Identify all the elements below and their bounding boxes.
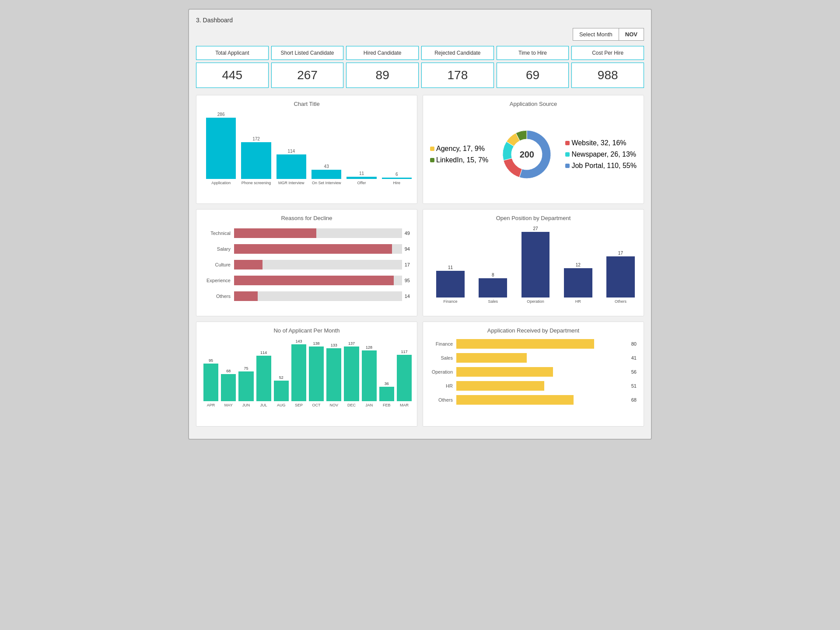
charts-row-2: Reasons for Decline Technical 49 Salary … [196, 209, 644, 316]
hbar-fill [234, 276, 394, 285]
app-source-box: Application Source Agency, 17, 9%LinkedI… [423, 95, 644, 204]
select-month-value[interactable]: NOV [619, 28, 644, 40]
dept-group: 27 Operation [518, 226, 553, 304]
dept-bar [522, 232, 550, 298]
legend-dot [565, 141, 570, 145]
select-month-group[interactable]: Select Month NOV [573, 28, 644, 41]
legend-label: Website, 32, 16% [571, 139, 626, 147]
app-dept-row: Operation 56 [430, 367, 637, 377]
charts-row-3: No of Applicant Per Month 95 APR 68 MAY … [196, 322, 644, 427]
donut-wrapper: 200 [492, 119, 562, 189]
month-label: APR [207, 403, 215, 407]
month-bar [203, 364, 218, 401]
month-label: JUN [242, 403, 250, 407]
metric-header: Time to Hire [497, 46, 569, 60]
month-bar [291, 344, 306, 401]
bar [276, 154, 306, 179]
app-dept-row: HR 51 [430, 381, 637, 391]
bar-label-top: 114 [287, 149, 295, 154]
bar-group: 6 Hire [382, 172, 412, 185]
month-group: 143 SEP [291, 339, 306, 407]
app-dept-chart: Finance 80 Sales 41 Operation 56 HR 51 O [428, 337, 638, 411]
month-bar-label: 133 [331, 343, 337, 347]
month-label: NOV [330, 403, 339, 407]
bar [346, 177, 376, 179]
hbar-row: Technical 49 [203, 228, 410, 238]
hbar-value: 17 [405, 262, 410, 267]
month-group: 95 APR [203, 358, 218, 407]
metric-header: Total Applicant [196, 46, 269, 60]
chart-title-label: Chart Title [202, 101, 412, 107]
app-dept-fill [456, 339, 594, 349]
month-bar-label: 128 [366, 345, 372, 350]
metric-value: 445 [196, 63, 269, 88]
month-bar [309, 346, 324, 401]
app-by-dept-title: Application Received by Department [428, 327, 638, 334]
app-dept-label: Operation [430, 369, 456, 374]
hbar-row: Experience 95 [203, 276, 410, 285]
chart-title-box: Chart Title 286 Application 172 Phone sc… [196, 95, 417, 204]
bar-label-bottom: Application [211, 181, 231, 185]
dept-bar-label-top: 8 [492, 273, 494, 277]
monthly-title: No of Applicant Per Month [202, 327, 412, 334]
month-label: FEB [383, 403, 391, 407]
dept-bar [479, 278, 507, 298]
dept-bar-label-top: 12 [576, 262, 581, 267]
legend-label: Job Portal, 110, 55% [571, 162, 637, 170]
dept-group: 11 Finance [433, 265, 468, 304]
month-bar [221, 374, 236, 401]
hbar-value: 95 [405, 278, 410, 283]
month-label: OCT [312, 403, 321, 407]
legend-item: LinkedIn, 15, 7% [430, 156, 488, 164]
select-month-label[interactable]: Select Month [573, 28, 619, 40]
donut-center-number: 200 [520, 150, 534, 160]
legend-item: Website, 32, 16% [565, 139, 637, 147]
bar-label-bottom: On Set Interview [312, 181, 341, 185]
dept-group: 8 Sales [475, 273, 511, 304]
month-bar-label: 138 [313, 341, 320, 346]
hbar-label: Culture [203, 262, 234, 267]
metric-header: Rejected Candidate [421, 46, 494, 60]
dept-group: 12 HR [560, 262, 596, 304]
app-dept-track [456, 339, 629, 349]
dept-bar-label-top: 17 [618, 251, 623, 256]
month-bar-label: 95 [209, 358, 213, 363]
month-group: 128 JAN [362, 345, 377, 407]
app-dept-fill [456, 353, 527, 363]
legend-item: Job Portal, 110, 55% [565, 162, 637, 170]
legend-dot [565, 152, 570, 157]
metric-value: 267 [271, 63, 344, 88]
open-position-title: Open Position by Department [428, 215, 638, 221]
month-group: 114 JUL [256, 350, 271, 407]
month-bar-label: 52 [279, 375, 284, 380]
hbar-label: Technical [203, 231, 234, 236]
bar-label-top: 11 [359, 171, 364, 176]
charts-row-1: Chart Title 286 Application 172 Phone sc… [196, 95, 644, 204]
month-bar [362, 350, 377, 401]
app-dept-track [456, 367, 629, 377]
dept-bar [564, 268, 592, 298]
bar-label-bottom: Offer [357, 181, 366, 185]
month-label: SEP [295, 403, 303, 407]
legend-item: Agency, 17, 9% [430, 145, 488, 153]
funnel-bar-chart: 286 Application 172 Phone screening 114 … [202, 111, 412, 185]
hbar-value: 49 [405, 231, 410, 236]
month-bar [379, 387, 394, 401]
month-bar [397, 355, 412, 401]
bar-label-top: 6 [396, 172, 398, 177]
donut-legend-left: Agency, 17, 9%LinkedIn, 15, 7% [430, 145, 488, 164]
dept-bar-label-bottom: Sales [488, 299, 498, 304]
hbar-track [234, 276, 402, 285]
bar-label-bottom: Phone screening [242, 181, 271, 185]
bar [382, 178, 412, 179]
legend-label: Agency, 17, 9% [436, 145, 485, 153]
app-dept-row: Sales 41 [430, 353, 637, 363]
dept-bar-label-bottom: HR [575, 299, 581, 304]
app-dept-label: Others [430, 397, 456, 402]
top-bar: Select Month NOV [196, 28, 644, 41]
dept-bar-label-bottom: Operation [527, 299, 544, 304]
month-label: DEC [347, 403, 356, 407]
donut-legend-right: Website, 32, 16%Newspaper, 26, 13%Job Po… [565, 139, 637, 170]
app-dept-value: 80 [631, 341, 637, 346]
month-bar-label: 143 [295, 339, 302, 343]
